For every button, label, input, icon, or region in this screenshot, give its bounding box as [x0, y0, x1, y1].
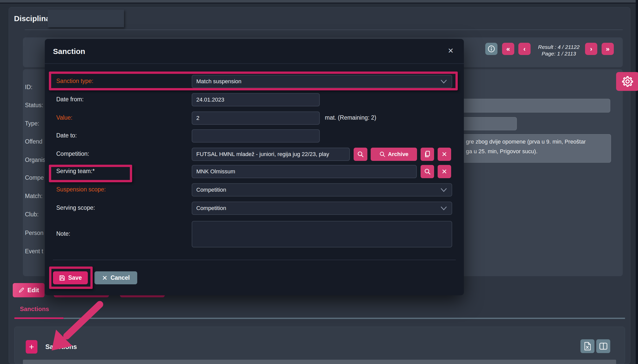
tab-sanctions[interactable]: Sanctions: [20, 305, 49, 313]
competition-archive-button[interactable]: Archive: [371, 148, 417, 161]
result-count-text: Result : 4 / 21122: [535, 44, 583, 50]
modal-close-button[interactable]: ✕: [448, 47, 454, 55]
note-textarea[interactable]: [192, 221, 452, 247]
suspension-scope-label: Suspension scope:: [56, 186, 106, 193]
sanctions-section: [14, 327, 625, 364]
first-page-button[interactable]: «: [502, 43, 514, 55]
double-chevron-left-icon: «: [506, 45, 510, 53]
date-to-label: Date to:: [56, 132, 77, 139]
close-icon: ✕: [442, 151, 447, 158]
close-icon: ✕: [442, 168, 447, 175]
sanctions-table-header: [23, 360, 616, 364]
value-label: Value:: [56, 114, 73, 121]
archive-button-label: Archive: [388, 151, 409, 158]
gear-icon: [621, 75, 634, 88]
close-icon: ✕: [102, 275, 107, 281]
edit-button[interactable]: Edit: [13, 283, 45, 297]
field-label-status: Status:: [25, 102, 43, 109]
file-x-icon: [584, 342, 591, 351]
competition-clear-button[interactable]: ✕: [438, 148, 451, 161]
info-button[interactable]: [485, 43, 497, 55]
cancel-button-label: Cancel: [110, 274, 130, 281]
sanction-modal: Sanction ✕ Sanction type: Match suspensi…: [45, 39, 464, 295]
serving-team-search-button[interactable]: [421, 165, 434, 178]
competition-search-button[interactable]: [354, 148, 367, 161]
value-suffix-text: mat. (Remaining: 2): [325, 114, 376, 121]
serving-scope-value: Competition: [196, 205, 226, 212]
modal-header-divider: [45, 63, 464, 64]
serving-team-input[interactable]: [192, 165, 417, 178]
chevron-down-icon: [440, 188, 447, 192]
search-icon: [424, 168, 431, 175]
sanction-type-label: Sanction type:: [56, 78, 93, 85]
competition-label: Competition:: [56, 150, 89, 157]
serving-team-clear-button[interactable]: ✕: [438, 165, 451, 178]
info-icon: [488, 45, 495, 53]
date-to-input[interactable]: [192, 129, 320, 143]
app-window: Disciplinary case « ‹ Result : 4 / 21122…: [0, 0, 638, 364]
save-button[interactable]: Save: [53, 271, 88, 284]
result-counter: Result : 4 / 21122 Page: 1 / 2113: [535, 44, 583, 57]
date-from-input[interactable]: [192, 93, 320, 106]
title-divider: [25, 30, 623, 30]
field-label-type: Type:: [25, 120, 39, 127]
copy-icon: [424, 151, 431, 158]
chevron-down-icon: [440, 206, 447, 211]
pencil-icon: [18, 287, 24, 293]
field-label-competition: Compe: [25, 174, 44, 181]
field-label-person: Person: [25, 230, 44, 236]
serving-scope-label: Serving scope:: [56, 204, 95, 211]
search-icon: [379, 151, 385, 157]
cancel-button[interactable]: ✕ Cancel: [94, 271, 137, 284]
suspension-scope-value: Competition: [196, 187, 226, 193]
field-label-club: Club:: [25, 211, 39, 218]
field-label-organisation: Organis: [25, 157, 46, 163]
double-chevron-right-icon: »: [606, 45, 609, 53]
serving-team-label: Serving team:*: [56, 168, 95, 175]
tab-active-indicator: [14, 317, 64, 319]
sanctions-section-title: Sanctions: [45, 343, 77, 351]
plus-icon: +: [29, 342, 34, 352]
note-label: Note:: [56, 230, 70, 237]
competition-input[interactable]: [192, 148, 350, 161]
sanction-type-value: Match suspension: [196, 78, 241, 85]
close-icon: ✕: [448, 47, 454, 55]
case-description-line-1: gre zbog dvije opomene (prva u 9. min, P…: [466, 137, 586, 147]
chevron-left-icon: ‹: [523, 45, 526, 53]
search-icon: [357, 151, 364, 158]
field-label-match: Match:: [25, 193, 43, 200]
window-right-edge: [636, 0, 638, 364]
toggle-columns-button[interactable]: [596, 339, 610, 353]
date-from-label: Date from:: [56, 96, 84, 103]
page-count-text: Page: 1 / 2113: [535, 50, 583, 57]
edit-button-label: Edit: [27, 287, 39, 294]
modal-footer-divider: [53, 260, 456, 260]
next-page-button[interactable]: ›: [585, 43, 597, 55]
chevron-right-icon: ›: [590, 45, 592, 53]
export-file-button[interactable]: [580, 339, 594, 353]
case-number-box: [48, 10, 124, 27]
save-button-label: Save: [68, 274, 82, 281]
window-top-strip: [0, 0, 638, 3]
window-top-divider: [0, 3, 638, 4]
columns-icon: [599, 343, 607, 350]
save-icon: [59, 275, 65, 281]
competition-copy-button[interactable]: [421, 148, 434, 161]
chevron-down-icon: [440, 79, 447, 84]
last-page-button[interactable]: »: [602, 43, 614, 55]
serving-scope-select[interactable]: Competition: [192, 202, 452, 215]
suspension-scope-select[interactable]: Competition: [192, 183, 452, 197]
add-sanction-button[interactable]: +: [26, 340, 37, 354]
previous-page-button[interactable]: ‹: [518, 43, 531, 55]
field-label-event-type: Event t: [25, 248, 43, 255]
value-input[interactable]: [192, 111, 320, 125]
field-label-offender: Offend: [25, 138, 43, 145]
tab-bar-baseline: [64, 318, 625, 319]
case-description-line-2: ga u 25. min, Prigovor sucu).: [466, 147, 537, 156]
modal-title: Sanction: [53, 47, 85, 56]
sanction-type-select[interactable]: Match suspension: [192, 75, 452, 88]
settings-button[interactable]: [616, 72, 638, 91]
field-label-id: ID:: [25, 84, 32, 91]
